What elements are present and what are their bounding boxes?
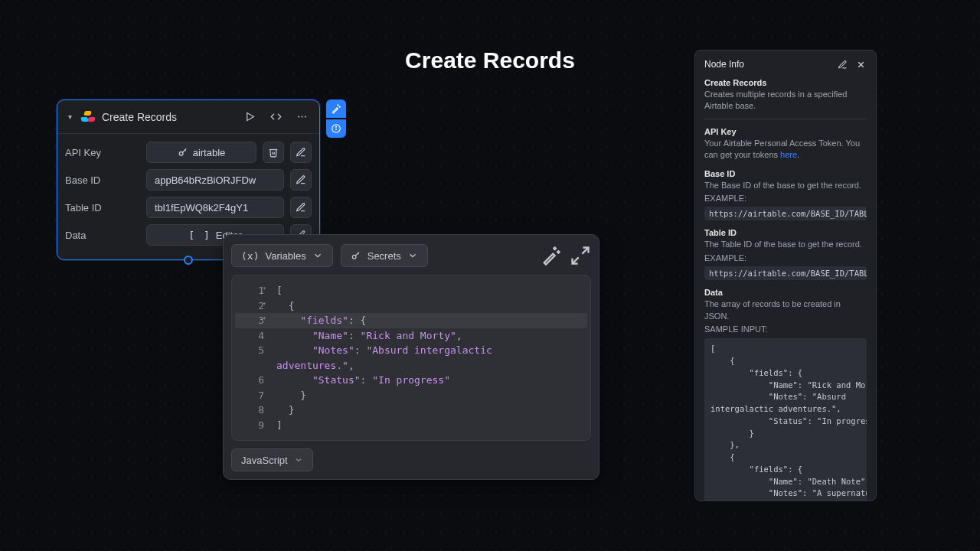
code-token: "Rick and Morty"	[361, 330, 456, 341]
chevron-down-icon	[312, 250, 323, 261]
code-token: "Name"	[312, 330, 348, 341]
editor-toolbar: (x) Variables Secrets	[231, 243, 591, 269]
api-key-edit-button[interactable]	[290, 142, 312, 163]
code-token: adventures."	[276, 360, 348, 371]
chevron-down-icon	[407, 250, 418, 261]
info-panel: Node Info Create Records Creates multipl…	[694, 50, 877, 501]
info-sec-create-title: Create Records	[704, 78, 867, 87]
code-token: {	[276, 300, 294, 311]
sample-label: SAMPLE INPUT:	[704, 324, 867, 335]
svg-point-2	[301, 116, 302, 118]
code-token: "In progress"	[372, 374, 450, 386]
info-sec-tableid-desc: The Table ID of the base to get the reco…	[704, 239, 867, 250]
expand-button[interactable]	[570, 245, 591, 266]
info-button[interactable]	[326, 119, 346, 138]
svg-line-10	[573, 257, 579, 263]
node-title: Create Records	[102, 111, 234, 123]
code-textarea[interactable]: 1▾[ 2▾ { 3▾ "fields": { 4 "Name": "Rick …	[231, 275, 591, 441]
key-icon	[351, 250, 361, 261]
svg-point-7	[336, 126, 337, 127]
api-key-text: airtable	[193, 147, 226, 158]
svg-line-9	[582, 248, 588, 254]
variables-label: Variables	[265, 250, 305, 262]
divider	[704, 119, 867, 119]
code-toggle-button[interactable]	[266, 107, 286, 127]
key-icon	[178, 147, 188, 158]
side-button-group	[326, 99, 346, 138]
more-menu-button[interactable]	[292, 107, 312, 127]
chevron-down-icon	[294, 455, 303, 465]
node-header: ▾ Create Records	[57, 100, 319, 134]
code-editor-panel: (x) Variables Secrets 1▾[ 2▾ { 3▾ "field…	[223, 234, 599, 480]
output-handle[interactable]	[184, 256, 193, 265]
run-button[interactable]	[240, 107, 260, 127]
table-id-text: tbl1fEpWQ8k2F4gY1	[155, 202, 248, 214]
code-token: "Notes"	[312, 344, 354, 356]
svg-marker-0	[247, 113, 253, 121]
row-api-key: API Key airtable	[65, 140, 312, 165]
variable-icon: (x)	[241, 250, 259, 262]
api-key-label: API Key	[65, 147, 140, 158]
sample-input-code: [ { "fields": { "Name": "Rick and Morty"…	[704, 338, 867, 501]
info-sec-data-desc: The array of records to be created in JS…	[704, 298, 867, 322]
code-token: [	[276, 285, 283, 296]
table-id-input[interactable]: tbl1fEpWQ8k2F4gY1	[146, 197, 284, 218]
auto-format-button[interactable]	[541, 245, 562, 266]
data-label: Data	[65, 230, 140, 241]
code-token: "Status"	[312, 374, 361, 386]
info-header: Node Info	[704, 58, 867, 70]
collapse-icon[interactable]: ▾	[65, 112, 74, 121]
svg-point-8	[352, 255, 356, 259]
info-sec-baseid-title: Base ID	[704, 169, 867, 178]
tableid-example-code: https://airtable.com/BASE_ID/TABLE_ID/VI…	[704, 266, 867, 280]
example-label: EXAMPLE:	[704, 253, 867, 264]
base-id-text: appB64bRzBiORJFDw	[155, 174, 256, 186]
svg-point-1	[298, 116, 299, 118]
code-token: "Absurd intergalactic	[366, 344, 492, 356]
info-sec-baseid-desc: The Base ID of the base to get the recor…	[704, 180, 867, 191]
magic-wand-button[interactable]	[326, 99, 346, 118]
code-token: }	[276, 404, 294, 416]
table-id-edit-button[interactable]	[290, 197, 312, 218]
code-token: "fields"	[300, 315, 348, 326]
variables-dropdown[interactable]: (x) Variables	[231, 244, 333, 267]
info-sec-data-title: Data	[704, 288, 867, 297]
code-token: }	[276, 390, 306, 401]
example-label: EXAMPLE:	[704, 193, 867, 204]
info-title: Node Info	[704, 59, 830, 70]
info-sec-apikey-title: API Key	[704, 127, 867, 136]
info-sec-apikey-desc: Your Airtable Personal Access Token. You…	[704, 138, 867, 161]
info-sec-tableid-title: Table ID	[704, 228, 867, 237]
secrets-dropdown[interactable]: Secrets	[341, 244, 428, 267]
row-base-id: Base ID appB64bRzBiORJFDw	[65, 168, 312, 192]
language-label: JavaScript	[241, 455, 288, 466]
secrets-label: Secrets	[368, 250, 401, 262]
tokens-link[interactable]: here	[780, 150, 797, 159]
language-select[interactable]: JavaScript	[231, 448, 313, 471]
info-sec-create-desc: Creates multiple records in a specified …	[704, 89, 867, 112]
info-close-button[interactable]	[854, 58, 867, 70]
base-id-label: Base ID	[65, 174, 140, 186]
api-key-delete-button[interactable]	[263, 142, 284, 163]
svg-point-4	[179, 152, 183, 155]
airtable-logo-icon	[80, 109, 96, 125]
brackets-icon: [ ]	[188, 230, 211, 241]
api-key-value[interactable]: airtable	[146, 142, 256, 163]
svg-point-3	[304, 116, 305, 118]
baseid-example-code: https://airtable.com/BASE_ID/TABLE_ID/VI…	[704, 207, 867, 220]
base-id-input[interactable]: appB64bRzBiORJFDw	[146, 169, 284, 191]
table-id-label: Table ID	[65, 202, 140, 214]
editor-footer: JavaScript	[231, 448, 591, 471]
code-token: ]	[276, 419, 283, 431]
info-edit-button[interactable]	[836, 58, 848, 70]
row-table-id: Table ID tbl1fEpWQ8k2F4gY1	[65, 195, 312, 220]
base-id-edit-button[interactable]	[290, 169, 312, 191]
